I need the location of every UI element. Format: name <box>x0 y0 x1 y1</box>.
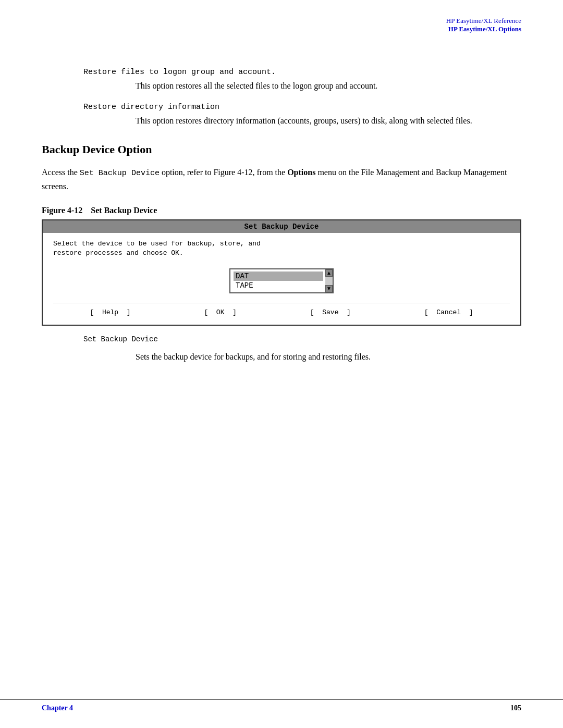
help-button[interactable]: [ Help ] <box>90 309 130 316</box>
breadcrumb-top[interactable]: HP Easytime/XL Reference <box>446 17 521 24</box>
description-para: Sets the backup device for backups, and … <box>136 351 480 363</box>
device-list-scrollbar: ▲ ▼ <box>325 269 333 292</box>
device-list-box: DAT TAPE ▲ ▼ <box>229 268 334 293</box>
scroll-arrow-down[interactable]: ▼ <box>325 285 333 292</box>
figure-desc-line2: restore processes and choose OK. <box>53 249 510 258</box>
figure-buttons: [ Help ] [ OK ] [ Save ] [ Cancel ] <box>53 303 510 316</box>
intro-paragraph: Access the Set Backup Device option, ref… <box>42 166 521 193</box>
intro-code: Set Backup Device <box>80 169 160 178</box>
content-area: Restore files to logon group and account… <box>42 68 521 363</box>
restore-dir-mono: Restore directory information <box>83 103 521 112</box>
scroll-arrow-up[interactable]: ▲ <box>325 269 333 277</box>
figure-label: Figure 4-12 Set Backup Device <box>42 206 521 215</box>
header-nav: HP Easytime/XL Reference HP Easytime/XL … <box>446 16 521 33</box>
scroll-track <box>325 277 333 285</box>
figure-titlebar: Set Backup Device <box>43 220 520 233</box>
cancel-button[interactable]: [ Cancel ] <box>424 309 473 316</box>
device-item-tape[interactable]: TAPE <box>234 281 323 290</box>
footer-page-number: 105 <box>510 704 521 712</box>
figure-box: Set Backup Device Select the device to b… <box>42 219 521 326</box>
figure-inner: Select the device to be used for backup,… <box>43 233 520 325</box>
section-heading: Backup Device Option <box>42 143 521 156</box>
page-footer: Chapter 4 105 <box>0 699 563 712</box>
device-list-content: DAT TAPE <box>230 269 333 292</box>
restore-logon-mono: Restore files to logon group and account… <box>83 68 521 77</box>
intro-bold: Options <box>287 168 315 177</box>
figure-list-area: DAT TAPE ▲ ▼ <box>53 268 510 293</box>
figure-description: Select the device to be used for backup,… <box>53 239 510 258</box>
figure-desc-line1: Select the device to be used for backup,… <box>53 239 510 249</box>
breadcrumb-current: HP Easytime/XL Options <box>446 25 521 33</box>
figure-caption: Set Backup Device <box>83 335 521 343</box>
device-item-dat[interactable]: DAT <box>234 272 323 281</box>
restore-dir-para: This option restores directory informati… <box>136 115 480 127</box>
page-container: HP Easytime/XL Reference HP Easytime/XL … <box>0 0 563 728</box>
ok-button[interactable]: [ OK ] <box>204 309 236 316</box>
footer-chapter: Chapter 4 <box>42 704 73 712</box>
save-button[interactable]: [ Save ] <box>310 309 351 316</box>
restore-logon-para: This option restores all the selected fi… <box>136 80 480 92</box>
